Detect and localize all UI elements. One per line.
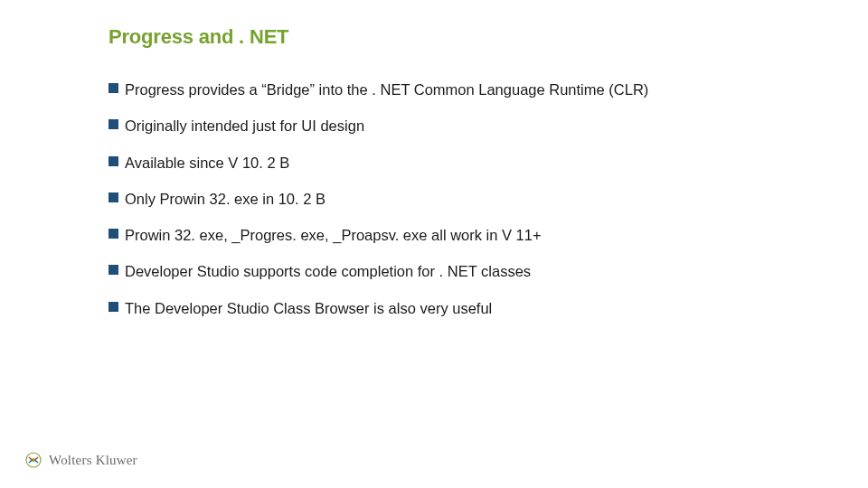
list-item: Available since V 10. 2 B: [108, 153, 760, 173]
list-item: Only Prowin 32. exe in 10. 2 B: [108, 189, 760, 209]
list-item: Prowin 32. exe, _Progres. exe, _Proapsv.…: [108, 225, 760, 245]
list-item: The Developer Studio Class Browser is al…: [108, 298, 760, 318]
svg-point-1: [32, 458, 35, 462]
list-item: Developer Studio supports code completio…: [108, 261, 760, 281]
slide-title: Progress and . NET: [108, 25, 760, 49]
slide: Progress and . NET Progress provides a “…: [0, 0, 868, 488]
wolters-kluwer-logo-icon: [25, 452, 42, 468]
bullet-list: Progress provides a “Bridge” into the . …: [108, 80, 760, 318]
list-item: Originally intended just for UI design: [108, 116, 760, 136]
list-item: Progress provides a “Bridge” into the . …: [108, 80, 760, 99]
footer: Wolters Kluwer: [25, 452, 137, 468]
footer-brand: Wolters Kluwer: [49, 453, 137, 468]
